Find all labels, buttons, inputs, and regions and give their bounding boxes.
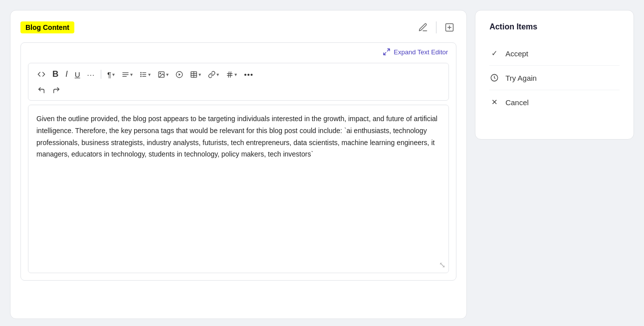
accept-item[interactable]: ✓ Accept	[489, 41, 620, 66]
svg-point-9	[141, 72, 141, 73]
expand-text-editor-button[interactable]: Expand Text Editor	[383, 48, 448, 56]
try-again-label: Try Again	[505, 74, 537, 82]
action-panel-title: Action Items	[489, 22, 620, 31]
cancel-item[interactable]: ✕ Cancel	[489, 90, 620, 114]
more-inline-btn[interactable]: ···	[84, 68, 98, 81]
italic-btn[interactable]: I	[62, 68, 70, 81]
underline-btn[interactable]: U	[72, 68, 83, 81]
expand-bar: Expand Text Editor	[21, 43, 456, 59]
main-panel: Blog Content	[10, 10, 467, 319]
try-again-icon	[489, 73, 499, 83]
vertical-divider	[436, 21, 436, 33]
edit-button[interactable]	[416, 20, 430, 34]
hashtag-btn[interactable]: ▾	[223, 69, 240, 80]
header-icons	[416, 20, 456, 34]
toolbar-row-2	[34, 84, 63, 96]
editor-container: Expand Text Editor B I U ··· ¶ ▾	[20, 42, 456, 281]
svg-marker-15	[179, 73, 181, 76]
text-area-wrapper: ⤡	[28, 105, 449, 273]
cancel-label: Cancel	[505, 98, 529, 107]
video-btn[interactable]	[173, 69, 186, 80]
toolbar-separator-1	[101, 70, 101, 79]
code-btn[interactable]	[34, 68, 48, 80]
table-btn[interactable]: ▾	[187, 69, 204, 80]
bold-btn[interactable]: B	[49, 67, 61, 81]
redo-btn[interactable]	[49, 84, 63, 96]
panel-header: Blog Content	[20, 20, 456, 34]
svg-point-10	[141, 74, 141, 74]
align-btn[interactable]: ▾	[119, 69, 136, 80]
list-btn[interactable]: ▾	[137, 69, 154, 80]
link-btn[interactable]: ▾	[205, 69, 222, 80]
cancel-icon: ✕	[489, 97, 499, 107]
extra-btn[interactable]: •••	[241, 68, 256, 81]
svg-point-13	[160, 73, 161, 74]
blog-content-badge: Blog Content	[20, 21, 74, 33]
image-btn[interactable]: ▾	[155, 69, 172, 80]
resize-handle[interactable]: ⤡	[439, 260, 445, 270]
paragraph-btn[interactable]: ¶ ▾	[104, 68, 118, 81]
accept-icon: ✓	[489, 48, 499, 58]
add-button[interactable]	[442, 20, 456, 34]
undo-btn[interactable]	[34, 84, 48, 96]
svg-line-22	[228, 71, 229, 77]
accept-label: Accept	[505, 49, 528, 58]
toolbar: B I U ··· ¶ ▾ ▾ ▾	[28, 63, 449, 101]
expand-label: Expand Text Editor	[394, 48, 448, 56]
try-again-item[interactable]: Try Again	[489, 66, 620, 90]
action-panel: Action Items ✓ Accept Try Again ✕ Cancel	[475, 10, 634, 140]
toolbar-row-1: B I U ··· ¶ ▾ ▾ ▾	[34, 67, 442, 81]
svg-line-23	[230, 71, 231, 77]
content-textarea[interactable]	[36, 113, 440, 263]
svg-point-11	[141, 76, 141, 76]
